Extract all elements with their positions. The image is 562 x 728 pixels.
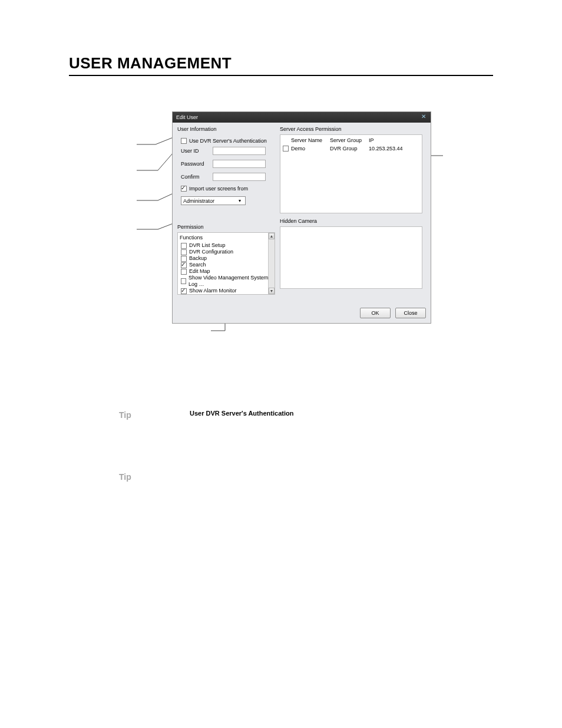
permission-item-label: Backup Viewer <box>189 294 224 295</box>
scrollbar[interactable]: ▲ ▼ <box>268 233 275 294</box>
checkbox-icon <box>181 243 187 249</box>
confirm-label: Confirm <box>181 174 208 180</box>
dialog-titlebar: Edit User ✕ <box>173 112 431 123</box>
permission-item[interactable]: Backup <box>181 255 273 262</box>
confirm-input[interactable] <box>213 173 266 181</box>
user-info-box: Use DVR Server's Authentication User ID … <box>177 134 275 219</box>
permission-item[interactable]: ✓Search <box>181 262 273 268</box>
permission-item-label: Edit Map <box>189 268 210 275</box>
permission-header: Functions <box>180 235 273 241</box>
page-header: USER MANAGEMENT <box>69 54 493 76</box>
checkbox-icon <box>181 278 186 284</box>
permission-item[interactable]: DVR List Setup <box>181 242 273 249</box>
permission-item[interactable]: Show Video Management System Log … <box>181 275 273 288</box>
permission-item[interactable]: ✓Show Alarm Monitor <box>181 288 273 294</box>
page-title: USER MANAGEMENT <box>69 54 493 73</box>
cell-ip: 10.253.253.44 <box>369 144 416 153</box>
user-id-input[interactable] <box>213 147 266 155</box>
import-from-dropdown[interactable]: Administrator ▾ <box>181 196 246 205</box>
checkbox-icon <box>181 295 187 295</box>
hidden-camera-box <box>280 226 422 289</box>
scroll-track[interactable] <box>269 239 275 288</box>
hidden-camera-label: Hidden Camera <box>280 218 422 224</box>
import-from-value: Administrator <box>183 198 214 204</box>
tip-1-bold: User DVR Server's Authentication <box>190 410 293 417</box>
edit-user-dialog: Edit User ✕ User Information Use DVR Ser… <box>172 111 431 324</box>
import-screens-checkbox[interactable]: Import user screens from <box>181 186 248 192</box>
tip-label: Tip <box>119 472 131 482</box>
tip-label: Tip <box>119 410 131 420</box>
checkbox-icon <box>181 138 187 144</box>
checkbox-icon <box>181 249 187 255</box>
tip-block-1: Tip User DVR Server's Authentication <box>119 410 131 420</box>
scroll-up-icon[interactable]: ▲ <box>269 233 275 239</box>
ok-button[interactable]: OK <box>360 308 391 318</box>
import-screens-label: Import user screens from <box>189 186 248 192</box>
chevron-down-icon: ▾ <box>239 199 243 203</box>
checkbox-icon <box>181 186 187 192</box>
password-label: Password <box>181 161 208 167</box>
cell-server-name: Demo <box>291 144 329 153</box>
close-button[interactable]: Close <box>395 308 426 318</box>
scroll-down-icon[interactable]: ▼ <box>269 288 275 294</box>
tip-block-2: Tip <box>119 472 131 482</box>
use-dvr-auth-checkbox[interactable]: Use DVR Server's Authentication <box>181 138 267 144</box>
permission-list[interactable]: Functions DVR List SetupDVR Configuratio… <box>177 232 275 295</box>
checkbox-icon[interactable] <box>283 146 289 151</box>
dialog-title: Edit User <box>176 114 198 120</box>
cell-server-group: DVR Group <box>330 144 368 153</box>
close-icon[interactable]: ✕ <box>421 114 427 120</box>
permission-item-label: DVR Configuration <box>189 249 233 255</box>
permission-item-label: DVR List Setup <box>189 242 226 249</box>
checkbox-icon: ✓ <box>181 288 187 294</box>
user-info-label: User Information <box>177 126 275 132</box>
table-row[interactable]: Demo DVR Group 10.253.253.44 <box>283 144 419 153</box>
permission-item[interactable]: Backup Viewer <box>181 294 273 295</box>
permission-item-label: Show Alarm Monitor <box>189 288 237 294</box>
password-input[interactable] <box>213 160 266 168</box>
permission-item-label: Show Video Management System Log … <box>189 275 273 288</box>
permission-label: Permission <box>177 224 275 230</box>
col-server-group: Server Group <box>330 136 368 144</box>
user-id-label: User ID <box>181 148 208 154</box>
checkbox-icon <box>181 269 187 275</box>
checkbox-icon: ✓ <box>181 262 187 268</box>
col-server-name: Server Name <box>291 136 329 144</box>
permission-item-label: Backup <box>189 255 207 262</box>
col-ip: IP <box>369 136 416 144</box>
permission-item-label: Search <box>189 262 206 268</box>
permission-item[interactable]: Edit Map <box>181 268 273 275</box>
server-access-label: Server Access Permission <box>280 126 422 132</box>
use-dvr-auth-label: Use DVR Server's Authentication <box>189 138 267 144</box>
permission-item[interactable]: DVR Configuration <box>181 249 273 255</box>
server-access-table: Server Name Server Group IP Demo DVR Gro… <box>280 134 422 213</box>
